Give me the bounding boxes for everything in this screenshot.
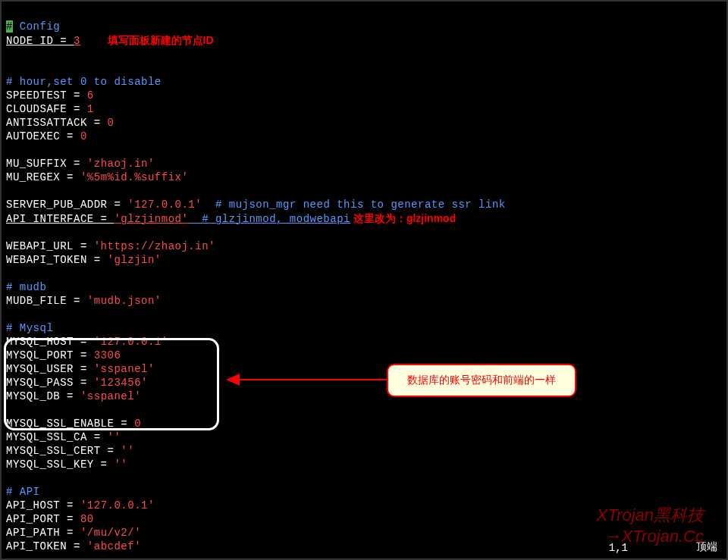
speedtest-key: SPEEDTEST = — [6, 89, 87, 102]
webapiurl-key: WEBAPI_URL = — [6, 240, 94, 252]
mysqlsslkey-value: '' — [114, 458, 127, 471]
status-cursor-position: 1,1 — [609, 542, 628, 554]
cursor-block: # — [6, 20, 13, 33]
terminal-window: # Config NODE_ID = 3 填写面板新建的节点ID # hour,… — [0, 0, 728, 560]
apiint-comment: # glzjinmod, modwebapi — [188, 213, 350, 225]
autoexec-value: 0 — [80, 130, 87, 142]
apitoken-value: 'abcdef' — [87, 540, 141, 552]
config-comment: Config — [13, 20, 60, 33]
apiint-value: 'glzjinmod' — [114, 213, 188, 225]
musuffix-key: MU_SUFFIX = — [6, 158, 87, 170]
antiss-value: 0 — [108, 117, 115, 129]
mysqlhost-value: '127.0.0.1' — [94, 336, 168, 348]
apipath-value: '/mu/v2/' — [80, 527, 141, 539]
comment-mysql: # Mysql — [6, 322, 53, 334]
mysqluser-key: MYSQL_USER = — [6, 363, 94, 375]
apiint-key: API_INTERFACE = — [6, 213, 114, 225]
cloudsafe-value: 1 — [87, 103, 94, 115]
mysqluser-value: 'sspanel' — [94, 363, 155, 375]
mysqlpass-key: MYSQL_PASS = — [6, 377, 94, 389]
annotation-node-id: 填写面板新建的节点ID — [108, 34, 214, 46]
mysqlsslca-value: '' — [108, 431, 121, 443]
mysqlsslen-key: MYSQL_SSL_ENABLE = — [6, 418, 134, 430]
autoexec-key: AUTOEXEC = — [6, 130, 80, 142]
webapitoken-key: WEBAPI_TOKEN = — [6, 254, 108, 266]
serverpub-key: SERVER_PUB_ADDR = — [6, 199, 127, 211]
mysqlsslcert-value: '' — [121, 445, 134, 457]
apihost-value: '127.0.0.1' — [80, 499, 155, 512]
comment-hour: # hour,set 0 to disable — [6, 76, 162, 88]
comment-api: # API — [6, 486, 40, 498]
muregex-value: '%5m%id.%suffix' — [80, 171, 188, 183]
mysqldb-key: MYSQL_DB = — [6, 390, 80, 402]
mysqldb-value: 'sspanel' — [80, 390, 141, 402]
mysqlsslca-key: MYSQL_SSL_CA = — [6, 431, 108, 443]
muregex-key: MU_REGEX = — [6, 171, 80, 183]
serverpub-value: '127.0.0.1' — [127, 199, 202, 211]
cloudsafe-key: CLOUDSAFE = — [6, 103, 87, 115]
musuffix-value: 'zhaoj.in' — [87, 158, 155, 170]
mysqlport-value: 3306 — [94, 349, 121, 361]
status-scroll-indicator: 顶端 — [696, 540, 717, 554]
antiss-key: ANTISSATTACK = — [6, 117, 108, 129]
annotation-api-interface: 这里改为：glzjinmod — [350, 212, 456, 224]
mysqlpass-value: '123456' — [94, 377, 148, 389]
apiport-key: API_PORT = — [6, 513, 80, 525]
webapitoken-value: 'glzjin' — [108, 254, 162, 266]
mudbfile-value: 'mudb.json' — [87, 295, 162, 307]
node-id-key: NODE_ID = — [6, 35, 74, 47]
mysqlsslen-value: 0 — [134, 418, 141, 430]
mysqlport-key: MYSQL_PORT = — [6, 349, 94, 361]
mysqlsslkey-key: MYSQL_SSL_KEY = — [6, 458, 114, 471]
comment-mudb: # mudb — [6, 281, 46, 293]
mysqlsslcert-key: MYSQL_SSL_CERT = — [6, 445, 121, 457]
apitoken-key: API_TOKEN = — [6, 540, 87, 552]
apiport-value: 80 — [80, 513, 94, 525]
node-id-value: 3 — [74, 35, 80, 47]
webapiurl-value: 'https://zhaoj.in' — [94, 240, 215, 252]
mudbfile-key: MUDB_FILE = — [6, 295, 87, 307]
apipath-key: API_PATH = — [6, 527, 80, 539]
apihost-key: API_HOST = — [6, 499, 80, 512]
speedtest-value: 6 — [87, 89, 94, 102]
serverpub-comment: # mujson_mgr need this to generate ssr l… — [202, 199, 506, 211]
terminal-content[interactable]: # Config NODE_ID = 3 填写面板新建的节点ID # hour,… — [6, 6, 722, 554]
mysqlhost-key: MYSQL_HOST = — [6, 336, 94, 348]
